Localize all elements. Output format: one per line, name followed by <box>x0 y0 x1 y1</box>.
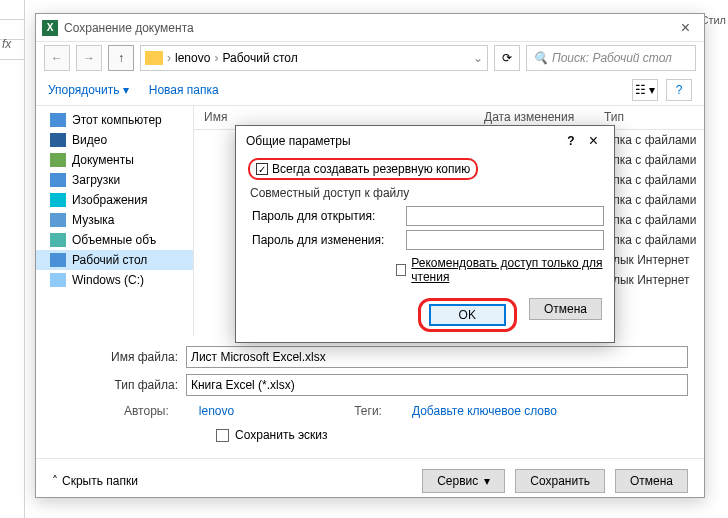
filetype-label: Тип файла: <box>96 378 186 392</box>
help-button[interactable]: ? <box>666 79 692 101</box>
highlight-backup-option: ✓ Всегда создавать резервную копию <box>248 158 478 180</box>
modal-title: Общие параметры <box>246 134 351 148</box>
save-button[interactable]: Сохранить <box>515 469 605 493</box>
filename-label: Имя файла: <box>96 350 186 364</box>
refresh-button[interactable]: ⟳ <box>494 45 520 71</box>
hide-folders-button[interactable]: ˄ Скрыть папки <box>52 474 138 488</box>
folder-tree: Этот компьютер Видео Документы Загрузки … <box>36 106 194 336</box>
save-form: Имя файла: Тип файла: Авторы: lenovo Тег… <box>36 336 704 450</box>
tools-menu[interactable]: Сервис▾ <box>422 469 505 493</box>
search-placeholder: Поиск: Рабочий стол <box>552 51 672 65</box>
authors-value[interactable]: lenovo <box>199 404 234 418</box>
folder-icon <box>145 51 163 65</box>
help-icon[interactable]: ? <box>559 134 582 148</box>
readonly-checkbox[interactable] <box>396 264 406 276</box>
sidebar-item-documents[interactable]: Документы <box>36 150 193 170</box>
sidebar-item-c-drive[interactable]: Windows (C:) <box>36 270 193 290</box>
thumbnail-label: Сохранить эскиз <box>235 428 328 442</box>
sidebar-item-3d[interactable]: Объемные объ <box>36 230 193 250</box>
backup-checkbox[interactable]: ✓ <box>256 163 268 175</box>
general-options-dialog: Общие параметры ? × ✓ Всегда создавать р… <box>235 125 615 343</box>
nav-bar: ← → ↑ › lenovo › Рабочий стол ⌄ ⟳ 🔍 Поис… <box>36 42 704 74</box>
readonly-label: Рекомендовать доступ только для чтения <box>411 256 604 284</box>
organize-menu[interactable]: Упорядочить ▾ <box>48 83 129 97</box>
sidebar-item-desktop[interactable]: Рабочий стол <box>36 250 193 270</box>
close-icon[interactable]: × <box>673 19 698 37</box>
titlebar: X Сохранение документа × <box>36 14 704 42</box>
dialog-footer: ˄ Скрыть папки Сервис▾ Сохранить Отмена <box>36 458 704 503</box>
chevron-right-icon: › <box>214 51 218 65</box>
authors-label: Авторы: <box>124 404 169 418</box>
search-input[interactable]: 🔍 Поиск: Рабочий стол <box>526 45 696 71</box>
tags-value[interactable]: Добавьте ключевое слово <box>412 404 557 418</box>
sidebar-item-video[interactable]: Видео <box>36 130 193 150</box>
filetype-select[interactable] <box>186 374 688 396</box>
toolbar: Упорядочить ▾ Новая папка ☷ ▾ ? <box>36 74 704 106</box>
ok-button[interactable]: OK <box>429 304 506 326</box>
sharing-section-label: Совместный доступ к файлу <box>250 186 604 200</box>
chevron-up-icon: ˄ <box>52 474 58 488</box>
filename-input[interactable] <box>186 346 688 368</box>
view-options-button[interactable]: ☷ ▾ <box>632 79 658 101</box>
close-icon[interactable]: × <box>583 132 604 150</box>
chevron-down-icon: ▾ <box>484 474 490 488</box>
breadcrumb-user[interactable]: lenovo <box>175 51 210 65</box>
thumbnail-checkbox[interactable] <box>216 429 229 442</box>
formula-bar-label: fx <box>2 37 11 51</box>
backup-label: Всегда создавать резервную копию <box>272 162 470 176</box>
cancel-button[interactable]: Отмена <box>615 469 688 493</box>
breadcrumb-folder[interactable]: Рабочий стол <box>222 51 297 65</box>
sidebar-item-downloads[interactable]: Загрузки <box>36 170 193 190</box>
nav-up-button[interactable]: ↑ <box>108 45 134 71</box>
nav-back-button[interactable]: ← <box>44 45 70 71</box>
sidebar-item-music[interactable]: Музыка <box>36 210 193 230</box>
search-icon: 🔍 <box>533 51 548 65</box>
password-open-input[interactable] <box>406 206 604 226</box>
excel-icon: X <box>42 20 58 36</box>
modal-cancel-button[interactable]: Отмена <box>529 298 602 320</box>
password-modify-input[interactable] <box>406 230 604 250</box>
breadcrumb[interactable]: › lenovo › Рабочий стол ⌄ <box>140 45 488 71</box>
nav-fwd-button: → <box>76 45 102 71</box>
password-open-label: Пароль для открытия: <box>246 209 406 223</box>
new-folder-button[interactable]: Новая папка <box>149 83 219 97</box>
chevron-down-icon[interactable]: ⌄ <box>473 51 483 65</box>
tags-label: Теги: <box>354 404 382 418</box>
sidebar-item-this-pc[interactable]: Этот компьютер <box>36 110 193 130</box>
password-modify-label: Пароль для изменения: <box>246 233 406 247</box>
dialog-title: Сохранение документа <box>64 21 194 35</box>
highlight-ok-button: OK <box>418 298 517 332</box>
chevron-right-icon: › <box>167 51 171 65</box>
sidebar-item-images[interactable]: Изображения <box>36 190 193 210</box>
